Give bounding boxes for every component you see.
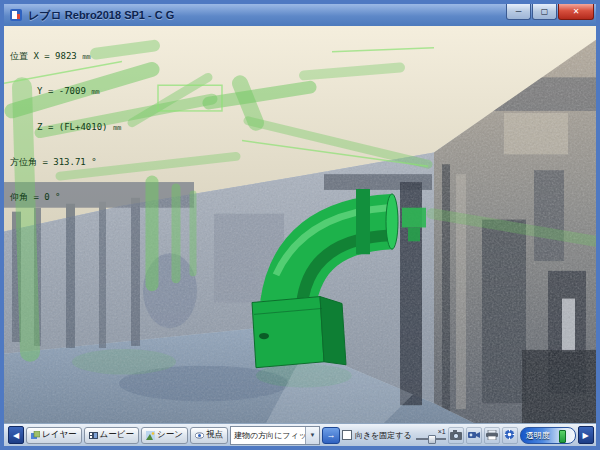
movie-button[interactable]: ムービー: [84, 427, 139, 444]
speed-slider[interactable]: [416, 435, 446, 442]
fit-direction-value: 建物の方向にフィット: [231, 430, 305, 441]
layers-icon: [31, 431, 40, 440]
application-window: レブロ Rebro2018 SP1 - C G ─ ▢ ✕: [0, 0, 600, 450]
speed-value-label: ×1: [438, 428, 446, 435]
layer-button-label: レイヤー: [42, 429, 77, 441]
gear-icon: [504, 428, 515, 443]
close-button[interactable]: ✕: [558, 4, 594, 20]
lock-orientation-checkbox[interactable]: [342, 430, 352, 440]
viewpoint-button[interactable]: 視点: [190, 427, 228, 444]
record-button[interactable]: [466, 427, 482, 444]
apply-direction-button[interactable]: →: [322, 427, 340, 444]
window-title: レブロ Rebro2018 SP1 - C G: [28, 8, 501, 23]
scene-render: [4, 26, 596, 423]
lock-orientation-group: 向きを固定する: [342, 430, 412, 441]
print-button[interactable]: [484, 427, 500, 444]
bottom-toolbar: ◀ レイヤー ムービー シーン 視点 建物の方向にフィッ: [4, 423, 596, 446]
transparency-slider-thumb[interactable]: [559, 430, 566, 443]
filmstrip-icon: [89, 431, 98, 440]
scene-button[interactable]: シーン: [141, 427, 188, 444]
window-controls: ─ ▢ ✕: [506, 4, 596, 26]
viewpoint-button-label: 視点: [206, 429, 223, 441]
scene-button-label: シーン: [157, 429, 183, 441]
transparency-control[interactable]: 透明度: [520, 427, 576, 444]
camcorder-icon: [468, 428, 480, 443]
3d-viewport[interactable]: 位置 X = 9823 ㎜ Y = -7009 ㎜ Z = (FL+4010) …: [4, 26, 596, 423]
expand-right-button[interactable]: ▶: [578, 426, 594, 444]
minimize-button[interactable]: ─: [506, 4, 531, 20]
layer-button[interactable]: レイヤー: [26, 427, 82, 444]
movie-button-label: ムービー: [100, 429, 134, 441]
printer-icon: [486, 428, 498, 443]
app-icon: [9, 8, 23, 22]
collapse-left-button[interactable]: ◀: [8, 426, 24, 444]
title-bar[interactable]: レブロ Rebro2018 SP1 - C G ─ ▢ ✕: [4, 4, 596, 26]
eye-icon: [195, 431, 204, 440]
maximize-button[interactable]: ▢: [532, 4, 557, 20]
speed-slider-thumb[interactable]: [428, 435, 436, 444]
lock-orientation-label: 向きを固定する: [355, 430, 412, 441]
settings-button[interactable]: [502, 427, 518, 444]
chevron-down-icon: ▼: [305, 427, 319, 444]
scene-icon: [146, 431, 155, 440]
speed-control: ×1: [414, 428, 446, 442]
camera-icon: [450, 428, 462, 443]
snapshot-button[interactable]: [448, 427, 464, 444]
transparency-label: 透明度: [521, 430, 550, 441]
fit-direction-select[interactable]: 建物の方向にフィット ▼: [230, 426, 320, 445]
